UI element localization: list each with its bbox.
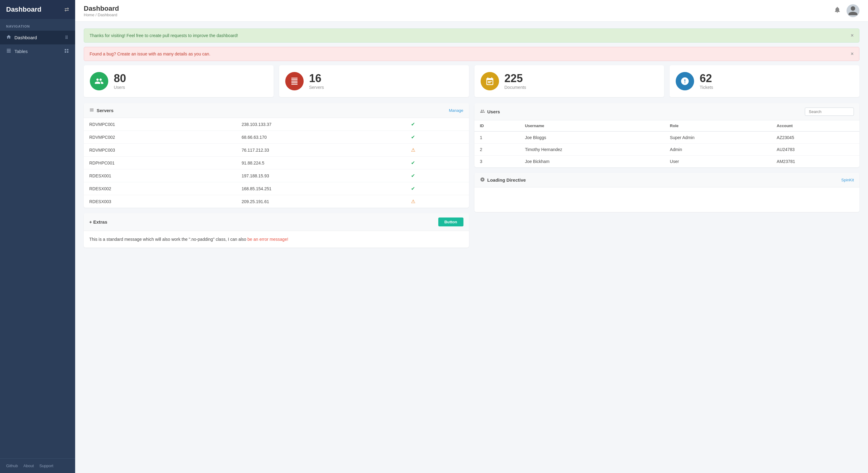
svg-rect-6 — [65, 49, 66, 50]
alert-danger-close[interactable]: × — [851, 52, 854, 56]
topbar: Dashboard Home / Dashboard — [75, 0, 868, 22]
extras-message-text: This is a standard message which will al… — [89, 237, 248, 242]
footer-about[interactable]: About — [23, 464, 34, 468]
server-status: ✔ — [405, 131, 469, 144]
stat-card-documents: 225 Documents — [474, 65, 664, 97]
stat-icon-tickets — [676, 72, 694, 90]
sidebar-nav-label: NAVIGATION — [0, 19, 75, 31]
avatar[interactable] — [846, 4, 860, 17]
stat-label-documents: Documents — [504, 85, 526, 90]
loading-panel-body — [474, 188, 860, 212]
svg-point-3 — [67, 37, 68, 38]
table-row: RDVMPC001 238.103.133.37 ✔ — [84, 118, 469, 131]
alert-success-text: Thanks for visiting! Feel free to create… — [90, 33, 238, 38]
server-ip: 168.85.154.251 — [236, 182, 405, 195]
status-warn-icon: ⚠ — [411, 147, 415, 153]
page-title: Dashboard — [84, 5, 119, 12]
users-panel-header: Users — [474, 103, 860, 121]
stat-icon-documents — [480, 72, 499, 90]
user-account: AZ23045 — [771, 131, 860, 144]
servers-table: RDVMPC001 238.103.133.37 ✔ RDVMPC002 68.… — [84, 118, 469, 208]
svg-rect-9 — [67, 51, 68, 53]
users-panel: Users ID Username Role Account — [474, 103, 860, 167]
server-ip: 238.103.133.37 — [236, 118, 405, 131]
loading-panel-icon — [480, 177, 485, 183]
dashboard-side-icon — [64, 35, 69, 40]
servers-panel-header: Servers Manage — [84, 103, 469, 118]
server-name: RDVMPC002 — [84, 131, 236, 144]
left-column: Servers Manage RDVMPC001 238.103.133.37 … — [84, 103, 469, 247]
footer-github[interactable]: Github — [6, 464, 18, 468]
table-row: RDESX002 168.85.154.251 ✔ — [84, 182, 469, 195]
server-ip: 197.188.15.93 — [236, 169, 405, 182]
table-row: 1 Joe Bloggs Super Admin AZ23045 — [474, 131, 860, 144]
status-ok-icon: ✔ — [411, 122, 415, 127]
user-id: 1 — [474, 131, 520, 144]
users-col-id: ID — [474, 121, 520, 131]
sidebar-title: Dashboard — [6, 5, 41, 13]
servers-panel-icon — [89, 107, 94, 113]
user-role: Admin — [664, 144, 771, 156]
svg-rect-8 — [65, 51, 66, 53]
stat-label-servers: Servers — [309, 85, 324, 90]
status-ok-icon: ✔ — [411, 173, 415, 178]
status-ok-icon: ✔ — [411, 160, 415, 165]
content-area: Thanks for visiting! Feel free to create… — [75, 22, 868, 473]
tables-icon — [6, 48, 11, 55]
users-col-account: Account — [771, 121, 860, 131]
stat-icon-users — [90, 72, 108, 90]
dashboard-icon — [6, 34, 11, 41]
extras-panel-title: + Extras — [89, 219, 107, 225]
sidebar-item-dashboard-label: Dashboard — [14, 35, 37, 40]
user-account: AM23781 — [771, 156, 860, 168]
user-username: Timothy Hernandez — [519, 144, 664, 156]
user-id: 2 — [474, 144, 520, 156]
servers-manage-link[interactable]: Manage — [449, 108, 463, 113]
users-search-input[interactable] — [805, 107, 854, 116]
stat-icon-servers — [285, 72, 304, 90]
alert-danger: Found a bug? Create an issue with as man… — [84, 47, 860, 61]
user-role: Super Admin — [664, 131, 771, 144]
server-name: RDPHPC001 — [84, 157, 236, 169]
stat-card-users: 80 Users — [84, 65, 274, 97]
server-status: ✔ — [405, 169, 469, 182]
status-ok-icon: ✔ — [411, 134, 415, 140]
svg-point-2 — [66, 37, 67, 38]
stat-number-users: 80 — [114, 73, 126, 84]
stat-card-servers: 16 Servers — [279, 65, 469, 97]
extras-error-text: be an error message! — [248, 237, 288, 242]
extras-button[interactable]: Button — [438, 217, 463, 226]
server-ip: 91.88.224.5 — [236, 157, 405, 169]
status-ok-icon: ✔ — [411, 186, 415, 191]
table-row: 2 Timothy Hernandez Admin AU24783 — [474, 144, 860, 156]
svg-point-4 — [66, 38, 67, 39]
loading-panel-header: Loading Directive SpinKit — [474, 173, 860, 188]
sidebar: Dashboard ⇄ NAVIGATION Dashboard Tables … — [0, 0, 75, 473]
extras-panel: + Extras Button This is a standard messa… — [84, 213, 469, 247]
users-panel-title: Users — [487, 109, 500, 114]
svg-rect-7 — [67, 49, 68, 50]
user-username: Joe Bloggs — [519, 131, 664, 144]
sidebar-item-tables[interactable]: Tables — [0, 44, 75, 58]
alert-success-close[interactable]: × — [851, 33, 854, 38]
server-name: RDESX003 — [84, 195, 236, 208]
sidebar-item-dashboard[interactable]: Dashboard — [0, 31, 75, 44]
extras-body: This is a standard message which will al… — [84, 231, 469, 247]
users-col-username: Username — [519, 121, 664, 131]
footer-support[interactable]: Support — [39, 464, 53, 468]
server-status: ✔ — [405, 157, 469, 169]
notification-bell-icon[interactable] — [834, 6, 841, 15]
table-row: RDPHPC001 91.88.224.5 ✔ — [84, 157, 469, 169]
stat-label-tickets: Tickets — [700, 85, 713, 90]
svg-point-5 — [67, 38, 68, 39]
server-name: RDESX001 — [84, 169, 236, 182]
servers-panel: Servers Manage RDVMPC001 238.103.133.37 … — [84, 103, 469, 208]
table-row: 3 Joe Bickham User AM23781 — [474, 156, 860, 168]
sidebar-toggle-icon[interactable]: ⇄ — [64, 6, 69, 13]
server-name: RDVMPC003 — [84, 144, 236, 157]
main-content: Dashboard Home / Dashboard Thanks for vi… — [75, 0, 868, 473]
right-column: Users ID Username Role Account — [474, 103, 860, 247]
loading-panel-action[interactable]: SpinKit — [841, 178, 854, 182]
sidebar-header: Dashboard ⇄ — [0, 0, 75, 19]
svg-point-0 — [66, 36, 67, 36]
